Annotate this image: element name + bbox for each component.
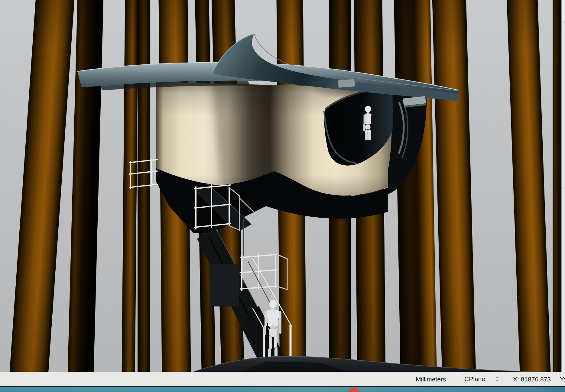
treehouse-render (0, 0, 565, 372)
close-button-red[interactable] (348, 388, 359, 392)
background-window-strip[interactable] (0, 387, 565, 392)
units-status[interactable]: Millimeters (416, 376, 446, 383)
cplane-dropdown[interactable]: CPlane (460, 374, 502, 384)
right-panel-divider (562, 239, 565, 239)
cabin (156, 79, 427, 233)
cplane-dropdown-value: CPlane (464, 375, 495, 383)
right-panel-edge (561, 0, 565, 372)
status-bar: Millimeters CPlane X: 81876.873 Y: (0, 372, 565, 386)
coordinate-y: Y: (560, 376, 565, 383)
application-window: Millimeters CPlane X: 81876.873 Y: (0, 0, 565, 392)
rendered-viewport[interactable] (0, 0, 565, 372)
coordinate-x: X: 81876.873 (513, 376, 551, 383)
right-panel-divider (562, 189, 565, 189)
ground-platform (193, 356, 544, 372)
stair-side-panel (210, 264, 239, 306)
right-panel-divider (562, 258, 565, 258)
right-panel-segment (562, 0, 565, 22)
roof-tab-left (338, 79, 355, 88)
chevron-up-down-icon (495, 376, 499, 382)
